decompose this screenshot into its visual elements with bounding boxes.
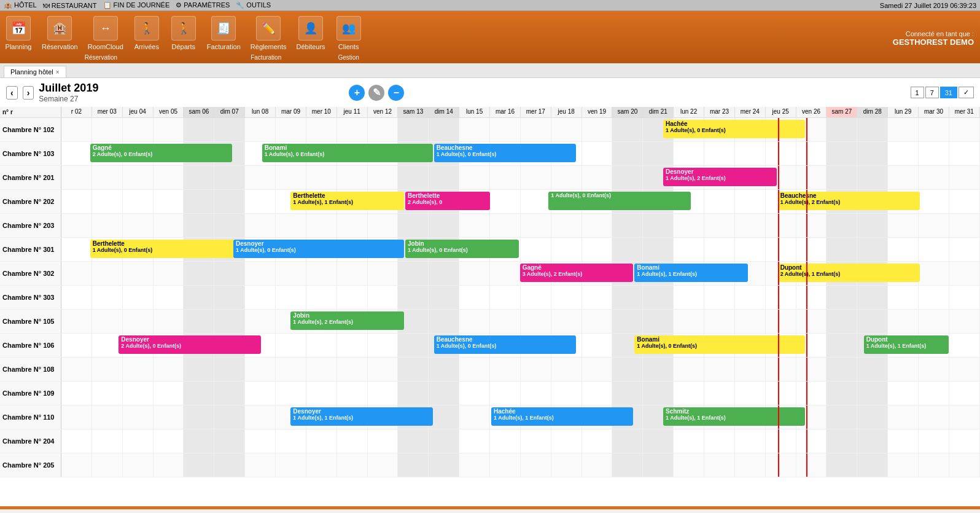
day-cell-r13-d12[interactable] (429, 429, 459, 453)
day-cell-r8-d16[interactable] (551, 310, 582, 333)
day-cell-r2-d18[interactable] (612, 166, 643, 189)
day-cell-r5-d23[interactable] (766, 238, 796, 261)
day-cell-r11-d12[interactable] (429, 382, 459, 405)
day-cell-r3-d6[interactable] (245, 190, 276, 213)
day-cell-r8-d24[interactable] (796, 310, 827, 333)
toolbar-btn-billing[interactable]: 🧾 Facturation (202, 14, 246, 53)
toolbar-btn-planning[interactable]: 📅 Planning (0, 14, 37, 53)
menu-parametres[interactable]: ⚙ PARAMÈTRES (176, 1, 230, 9)
menu-fin-journee[interactable]: 📋 FIN DE JOURNÉE (103, 1, 170, 9)
day-cell-r6-d5[interactable] (214, 262, 245, 285)
day-cell-r4-d9[interactable] (337, 214, 368, 237)
menu-outils[interactable]: 🔧 OUTILS (236, 1, 271, 9)
day-cell-r10-d1[interactable] (92, 358, 123, 381)
reservation-block[interactable]: Hachée1 Adulte(s), 1 Enfant(s) (491, 407, 633, 426)
day-cell-r10-d14[interactable] (490, 358, 521, 381)
day-cell-r13-d4[interactable] (184, 429, 214, 453)
day-cell-r0-d27[interactable] (888, 118, 919, 141)
day-cell-r4-d10[interactable] (368, 214, 399, 237)
day-cell-r5-d15[interactable] (521, 238, 551, 261)
toolbar-btn-roomcloud[interactable]: ↔ RoomCloud (83, 14, 128, 53)
day-cell-r1-d21[interactable] (704, 142, 735, 165)
day-cell-r3-d29[interactable] (949, 190, 980, 213)
day-cell-r3-d1[interactable] (92, 190, 123, 213)
day-cell-r0-d29[interactable] (949, 118, 980, 141)
reservation-block[interactable]: Desnoyer1 Adulte(s), 0 Enfant(s) (233, 240, 404, 258)
reservation-block[interactable]: Desnoyer1 Adulte(s), 2 Enfant(s) (663, 168, 777, 186)
day-cell-r14-d14[interactable] (490, 453, 521, 477)
day-cell-r7-d24[interactable] (796, 286, 827, 309)
reservation-block[interactable]: Jobin1 Adulte(s), 2 Enfant(s) (290, 311, 404, 330)
day-cell-r11-d14[interactable] (490, 382, 521, 405)
day-cell-r5-d16[interactable] (551, 238, 582, 261)
day-cell-r2-d26[interactable] (857, 166, 888, 189)
add-reservation-btn[interactable]: + (349, 85, 365, 101)
day-cell-r10-d9[interactable] (337, 358, 368, 381)
day-cell-r13-d7[interactable] (276, 429, 306, 453)
day-cell-r2-d29[interactable] (949, 166, 980, 189)
reservation-block[interactable]: Beauchesne1 Adulte(s), 0 Enfant(s) (434, 335, 576, 354)
day-cell-r11-d22[interactable] (735, 382, 766, 405)
day-cell-r6-d0[interactable] (61, 262, 92, 285)
day-cell-r7-d9[interactable] (337, 286, 368, 309)
day-cell-r0-d16[interactable] (551, 118, 582, 141)
day-cell-r10-d16[interactable] (551, 358, 582, 381)
day-cell-r7-d22[interactable] (735, 286, 766, 309)
day-cell-r8-d14[interactable] (490, 310, 521, 333)
day-cell-r8-d5[interactable] (214, 310, 245, 333)
day-cell-r7-d12[interactable] (429, 286, 459, 309)
day-cell-r1-d25[interactable] (826, 142, 857, 165)
day-cell-r1-d29[interactable] (949, 142, 980, 165)
day-cell-r5-d24[interactable] (796, 238, 827, 261)
day-cell-r9-d8[interactable] (306, 334, 337, 357)
day-cell-r14-d5[interactable] (214, 453, 245, 477)
day-cell-r11-d20[interactable] (674, 382, 704, 405)
day-cell-r6-d2[interactable] (123, 262, 154, 285)
reservation-block[interactable]: Desnoyer1 Adulte(s), 1 Enfant(s) (290, 407, 432, 426)
day-cell-r14-d20[interactable] (674, 453, 704, 477)
day-cell-r7-d10[interactable] (368, 286, 399, 309)
day-cell-r14-d0[interactable] (61, 453, 92, 477)
day-cell-r14-d16[interactable] (551, 453, 582, 477)
day-cell-r2-d12[interactable] (429, 166, 459, 189)
day-cell-r7-d7[interactable] (276, 286, 306, 309)
menu-hotel[interactable]: 🏨 HÔTEL (4, 1, 37, 9)
day-cell-r2-d25[interactable] (826, 166, 857, 189)
day-cell-r5-d28[interactable] (919, 238, 949, 261)
day-cell-r7-d6[interactable] (245, 286, 276, 309)
day-cell-r13-d18[interactable] (612, 429, 643, 453)
day-cell-r10-d4[interactable] (184, 358, 214, 381)
day-cell-r1-d23[interactable] (766, 142, 796, 165)
day-cell-r2-d17[interactable] (582, 166, 613, 189)
day-cell-r8-d19[interactable] (643, 310, 674, 333)
day-cell-r13-d19[interactable] (643, 429, 674, 453)
day-cell-r10-d24[interactable] (796, 358, 827, 381)
day-cell-r2-d5[interactable] (214, 166, 245, 189)
day-cell-r8-d18[interactable] (612, 310, 643, 333)
day-cell-r0-d8[interactable] (306, 118, 337, 141)
day-cell-r9-d11[interactable] (398, 334, 429, 357)
day-cell-r4-d18[interactable] (612, 214, 643, 237)
day-cell-r11-d9[interactable] (337, 382, 368, 405)
day-cell-r2-d28[interactable] (919, 166, 949, 189)
day-cell-r1-d19[interactable] (643, 142, 674, 165)
day-cell-r14-d19[interactable] (643, 453, 674, 477)
toolbar-btn-arrivals[interactable]: 🚶 Arrivées (128, 14, 165, 53)
day-cell-r13-d8[interactable] (306, 429, 337, 453)
day-cell-r9-d1[interactable] (92, 334, 123, 357)
day-cell-r8-d29[interactable] (949, 310, 980, 333)
day-cell-r6-d3[interactable] (154, 262, 184, 285)
day-cell-r12-d3[interactable] (154, 405, 184, 429)
day-cell-r5-d27[interactable] (888, 238, 919, 261)
day-cell-r4-d23[interactable] (766, 214, 796, 237)
day-cell-r7-d16[interactable] (551, 286, 582, 309)
day-cell-r11-d5[interactable] (214, 382, 245, 405)
day-cell-r8-d22[interactable] (735, 310, 766, 333)
day-cell-r10-d15[interactable] (521, 358, 551, 381)
day-cell-r13-d6[interactable] (245, 429, 276, 453)
day-cell-r4-d0[interactable] (61, 214, 92, 237)
day-cell-r7-d8[interactable] (306, 286, 337, 309)
day-cell-r10-d17[interactable] (582, 358, 613, 381)
day-cell-r7-d19[interactable] (643, 286, 674, 309)
day-cell-r4-d6[interactable] (245, 214, 276, 237)
